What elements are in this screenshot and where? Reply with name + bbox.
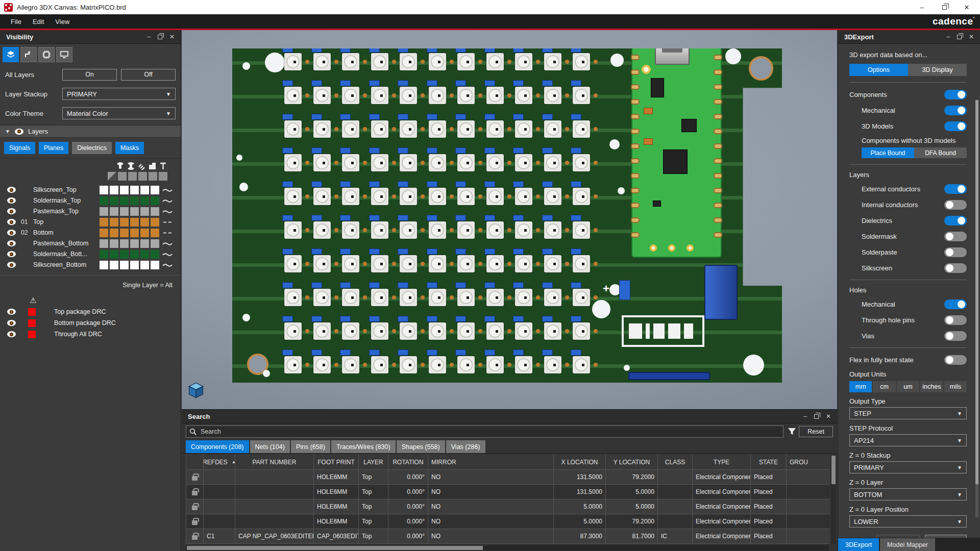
color-swatch[interactable] — [151, 196, 159, 205]
color-swatch[interactable] — [130, 218, 139, 227]
search-tab-components[interactable]: Components (208) — [186, 440, 249, 453]
color-swatch[interactable] — [128, 172, 137, 181]
color-swatch[interactable] — [120, 261, 129, 269]
color-swatch[interactable] — [110, 229, 118, 237]
color-swatch[interactable] — [120, 239, 129, 248]
color-swatch[interactable] — [110, 207, 118, 216]
unit-inches-button[interactable]: inches — [920, 381, 943, 392]
color-swatch[interactable] — [130, 186, 139, 194]
table-row[interactable]: HOLE6MMTop0.000°NO5.00005.0000Electrical… — [186, 499, 830, 514]
raspberry-pi-pico-module[interactable] — [631, 46, 722, 258]
color-swatch[interactable] — [138, 172, 147, 181]
drc-color-swatch[interactable] — [28, 331, 36, 338]
color-swatch[interactable] — [120, 196, 129, 205]
column-header[interactable]: Y LOCATION — [606, 455, 658, 469]
color-swatch[interactable] — [151, 250, 159, 259]
unit-um-button[interactable]: um — [897, 381, 919, 392]
window-close-button[interactable]: ✕ — [955, 0, 978, 14]
export-minimize-icon[interactable]: – — [946, 34, 950, 40]
color-swatch[interactable] — [140, 207, 149, 216]
column-header[interactable] — [186, 455, 204, 469]
cancel-button[interactable]: Cancel — [876, 535, 920, 538]
panel-tab-model-mapper[interactable]: Model Mapper — [880, 538, 935, 551]
color-swatch[interactable] — [120, 218, 129, 227]
table-row[interactable]: C1CAP NP_CAP_0603EDITED_CAP NPCAP_0603ED… — [186, 529, 830, 544]
color-swatch[interactable] — [151, 207, 159, 216]
dfa-bound-button[interactable]: DFA Bound — [914, 147, 967, 158]
drc-color-swatch[interactable] — [28, 308, 36, 316]
unit-mm-button[interactable]: mm — [849, 381, 872, 392]
visibility-minimize-icon[interactable]: – — [147, 34, 151, 40]
column-header[interactable]: CLASS — [658, 455, 693, 469]
3d-nav-cube[interactable] — [187, 381, 205, 399]
layer-visibility-eye-icon[interactable] — [7, 187, 16, 193]
z0-stackup-select[interactable]: PRIMARY▼ — [849, 461, 967, 473]
step-protocol-select[interactable]: AP214▼ — [849, 434, 967, 446]
color-swatch[interactable] — [149, 172, 157, 181]
toggle-switch[interactable] — [944, 315, 967, 325]
place-bound-button[interactable]: Place Bound — [862, 147, 914, 158]
export-scrollbar[interactable] — [975, 100, 978, 517]
layer-filter-planes[interactable]: Planes — [39, 142, 68, 154]
visibility-float-icon[interactable] — [158, 35, 162, 39]
color-swatch[interactable] — [100, 207, 108, 216]
table-row[interactable]: HOLE6MMTop0.000°NO5.000079.2000Electrica… — [186, 514, 830, 529]
column-header[interactable]: REFDES▲ — [204, 455, 235, 469]
drc-color-swatch[interactable] — [28, 319, 36, 327]
chip-tool-button[interactable] — [38, 47, 55, 62]
color-swatch[interactable] — [140, 186, 149, 194]
drc-visibility-eye-icon[interactable] — [7, 331, 16, 337]
color-swatch[interactable] — [120, 207, 129, 216]
color-swatch[interactable] — [100, 186, 108, 194]
reset-button[interactable]: Reset — [799, 426, 833, 437]
color-swatch[interactable] — [140, 196, 149, 205]
search-close-icon[interactable]: ✕ — [826, 413, 831, 419]
toggle-switch[interactable] — [944, 200, 967, 210]
layer-visibility-eye-icon[interactable] — [7, 230, 16, 236]
color-swatch[interactable] — [110, 239, 118, 248]
toggle-switch[interactable] — [944, 184, 967, 194]
pcb-board[interactable]: + — [232, 48, 782, 383]
layer-visibility-eye-icon[interactable] — [7, 219, 16, 225]
toggle-switch[interactable] — [944, 331, 967, 341]
column-header[interactable]: PART NUMBER — [235, 455, 314, 469]
export-float-icon[interactable] — [957, 35, 962, 39]
search-tab-vias[interactable]: Vias (286) — [446, 440, 485, 453]
column-header[interactable]: FOOT PRINT — [314, 455, 359, 469]
trace-tool-button[interactable] — [20, 47, 37, 62]
lock-icon[interactable] — [192, 506, 198, 510]
layer-filter-masks[interactable]: Masks — [115, 142, 144, 154]
color-swatch[interactable] — [130, 239, 139, 248]
color-swatch[interactable] — [130, 207, 139, 216]
visibility-close-icon[interactable]: ✕ — [169, 34, 175, 40]
table-vertical-scrollbar[interactable] — [831, 455, 836, 544]
drc-visibility-eye-icon[interactable] — [7, 309, 16, 315]
color-swatch[interactable] — [100, 196, 108, 205]
table-row[interactable]: HOLE6MMTop0.000°NO131.50005.0000Electric… — [186, 485, 830, 499]
search-tab-nets[interactable]: Nets (104) — [250, 440, 290, 453]
lock-icon[interactable] — [192, 491, 198, 495]
color-swatch[interactable] — [110, 186, 118, 194]
layer-visibility-eye-icon[interactable] — [7, 240, 16, 246]
toggle-switch[interactable] — [944, 263, 967, 273]
toggle-switch[interactable] — [944, 232, 967, 241]
layer-visibility-eye-icon[interactable] — [7, 262, 16, 268]
color-swatch[interactable] — [140, 250, 149, 259]
color-swatch[interactable] — [120, 250, 129, 259]
toggle-switch[interactable] — [944, 106, 967, 115]
color-swatch[interactable] — [100, 250, 108, 259]
toggle-switch[interactable] — [944, 355, 967, 365]
z0-layer-select[interactable]: BOTTOM▼ — [849, 488, 967, 500]
export-mode-3d-display[interactable]: 3D Display — [908, 64, 967, 76]
color-swatch[interactable] — [140, 229, 149, 237]
table-row[interactable]: HOLE6MMTop0.000°NO131.500079.2000Electri… — [186, 470, 830, 485]
output-type-select[interactable]: STEP▼ — [849, 407, 967, 419]
color-swatch[interactable] — [151, 239, 159, 248]
color-swatch[interactable] — [130, 261, 139, 269]
menu-view[interactable]: View — [50, 16, 75, 28]
color-swatch[interactable] — [151, 229, 159, 237]
menu-edit[interactable]: Edit — [27, 16, 50, 28]
color-swatch[interactable] — [100, 218, 108, 227]
color-swatch[interactable] — [100, 261, 108, 269]
search-tab-pins[interactable]: Pins (658) — [291, 440, 330, 453]
